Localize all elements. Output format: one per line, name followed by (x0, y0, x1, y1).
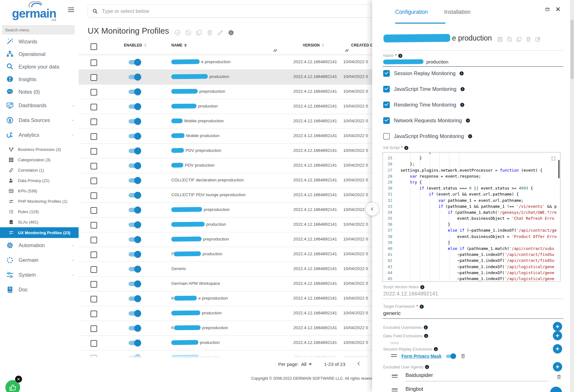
enabled-toggle[interactable] (129, 236, 141, 243)
info-icon[interactable]: i (424, 325, 428, 329)
sidebar-item-operational[interactable]: Operational (0, 48, 79, 60)
duplicate-icon[interactable] (196, 30, 202, 36)
enabled-toggle[interactable] (129, 147, 141, 154)
row-checkbox[interactable] (91, 59, 97, 66)
sidebar-item-analytics[interactable]: Analytics (0, 128, 79, 142)
info-icon[interactable]: i (425, 365, 429, 369)
save-icon[interactable] (497, 36, 503, 42)
tab-installation[interactable]: Installation (444, 9, 471, 21)
enabled-toggle[interactable] (129, 354, 141, 359)
enabled-toggle[interactable] (129, 192, 141, 199)
checkbox[interactable] (383, 133, 390, 140)
column-resize-handle[interactable] (345, 49, 349, 52)
drag-handle-icon[interactable] (391, 354, 397, 358)
sidebar-item-ux-monitoring-profiles-23[interactable]: UX Monitoring Profiles (23) (0, 227, 79, 238)
info-icon[interactable]: i (468, 134, 472, 138)
info-icon[interactable]: i (420, 305, 424, 309)
row-checkbox[interactable] (91, 340, 97, 347)
enabled-toggle[interactable] (129, 325, 141, 332)
sidebar-item-automation[interactable]: Automation (0, 238, 79, 253)
page-scrollbar[interactable] (570, 0, 574, 392)
disable-icon[interactable] (507, 36, 512, 42)
sort-icon[interactable] (144, 44, 146, 47)
form-privacy-mask-toggle[interactable] (446, 353, 456, 359)
edit-icon[interactable] (217, 30, 224, 36)
target-framework-value[interactable]: generic (383, 310, 401, 317)
column-header-version[interactable]: VERSION (303, 43, 324, 47)
row-checkbox[interactable] (91, 296, 97, 302)
enabled-toggle[interactable] (129, 88, 141, 95)
sidebar-item-explore-your-data[interactable]: Explore your data (0, 60, 79, 73)
feedback-close-icon[interactable]: ✕ (15, 376, 22, 383)
sidebar-item-system[interactable]: System (0, 268, 79, 282)
sidebar-item-insights[interactable]: Insights (0, 73, 79, 86)
add-session-replay-exclusion-button[interactable]: + (553, 344, 562, 353)
add-excluded-user-agent-button[interactable]: + (553, 362, 562, 371)
select-all-checkbox[interactable] (91, 43, 97, 50)
menu-toggle-icon[interactable] (68, 8, 74, 13)
approve-icon[interactable] (174, 30, 181, 36)
enabled-toggle[interactable] (129, 295, 141, 302)
enabled-toggle[interactable] (129, 74, 141, 80)
duplicate-icon[interactable] (516, 36, 522, 42)
sidebar-item-data-sources[interactable]: Data Sources (0, 113, 79, 128)
row-checkbox[interactable] (91, 325, 97, 332)
sort-icon[interactable] (322, 44, 324, 47)
enabled-toggle[interactable] (129, 340, 141, 346)
column-header-enabled[interactable]: ENABLED (124, 43, 146, 47)
enabled-toggle[interactable] (129, 118, 141, 125)
enabled-toggle[interactable] (129, 103, 141, 110)
sidebar-item-rules-119[interactable]: Rules (119) (0, 207, 79, 217)
info-icon[interactable]: i (460, 71, 464, 75)
restore-window-icon[interactable] (545, 7, 550, 12)
delete-icon[interactable] (526, 36, 531, 42)
row-checkbox[interactable] (91, 163, 97, 169)
user-agent-value[interactable]: Baiduspider (406, 372, 549, 381)
edit-icon[interactable] (535, 36, 541, 42)
disable-icon[interactable] (185, 30, 191, 36)
row-checkbox[interactable] (91, 237, 97, 243)
sidebar-item-data-privacy-21[interactable]: Data Privacy (21) (0, 175, 79, 186)
sidebar-item-notes-0[interactable]: Notes (0) (0, 86, 79, 98)
per-page-select[interactable]: All (301, 362, 312, 367)
enabled-toggle[interactable] (129, 266, 141, 273)
sidebar-item-business-processes-3[interactable]: Business Processes (3) (0, 144, 79, 155)
checkbox[interactable] (383, 102, 390, 108)
row-checkbox[interactable] (91, 133, 97, 140)
checkbox[interactable] (383, 117, 390, 124)
enabled-toggle[interactable] (129, 221, 141, 228)
close-panel-icon[interactable]: ✕ (555, 7, 560, 12)
sidebar-item-correlation-1[interactable]: Correlation (1) (0, 165, 79, 175)
trash-icon[interactable] (556, 374, 561, 379)
info-icon[interactable]: i (434, 347, 438, 351)
row-checkbox[interactable] (91, 266, 97, 273)
enabled-toggle[interactable] (129, 251, 141, 258)
prev-page-button[interactable] (356, 361, 362, 367)
row-checkbox[interactable] (91, 355, 97, 359)
settings-gear-icon[interactable] (228, 30, 234, 36)
sidebar-item-wizards[interactable]: Wizards (0, 35, 79, 48)
row-checkbox[interactable] (91, 74, 97, 81)
row-checkbox[interactable] (91, 251, 97, 258)
checkbox[interactable] (383, 70, 390, 77)
add-data-field-exclusion-button[interactable]: + (553, 331, 562, 340)
row-checkbox[interactable] (91, 104, 97, 110)
form-privacy-mask-link[interactable]: Form Privacy Mask (401, 354, 442, 359)
sidebar-item-dashboards[interactable]: Dashboards (0, 98, 79, 113)
sidebar-item-php-monitoring-profiles-1[interactable]: PHP Monitoring Profiles (1) (0, 196, 79, 207)
info-icon[interactable]: i (398, 54, 402, 58)
drag-handle-icon[interactable] (392, 389, 398, 392)
column-header-name[interactable]: NAME (171, 43, 187, 47)
sidebar-item-kpis-538[interactable]: KPIs (538) (0, 186, 79, 196)
script-version-value[interactable]: 2022.4.12.1664892141 (383, 291, 438, 297)
info-icon[interactable]: i (424, 334, 428, 338)
drag-handle-icon[interactable] (392, 375, 398, 379)
info-icon[interactable]: i (404, 146, 408, 150)
row-checkbox[interactable] (91, 119, 97, 125)
sidebar-item-slas-461[interactable]: SLAs (461) (0, 217, 79, 227)
sort-icon-active[interactable] (184, 44, 187, 47)
row-checkbox[interactable] (91, 148, 97, 155)
name-field-value[interactable]: production (383, 59, 448, 64)
row-checkbox[interactable] (91, 178, 97, 184)
sidebar-item-categorization-3[interactable]: Categorization (3) (0, 155, 79, 165)
